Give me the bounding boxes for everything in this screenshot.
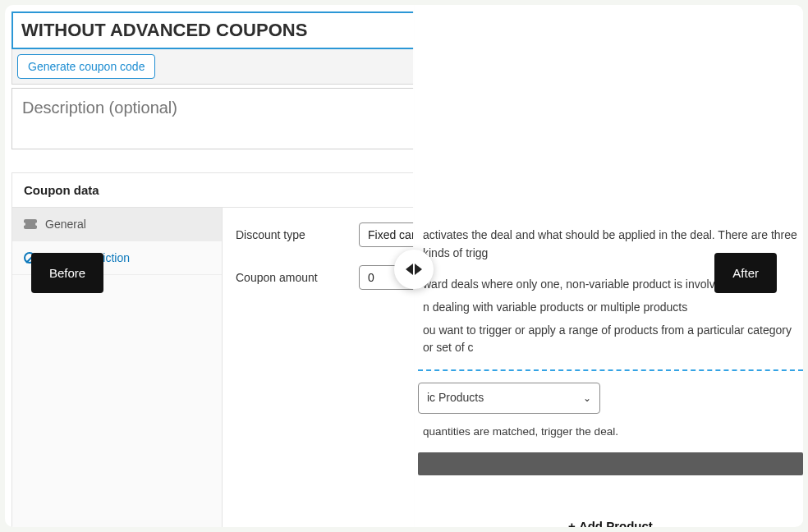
ticket-icon [24, 219, 37, 229]
trigger-type-select-text: ic Products [427, 389, 484, 407]
after-bullet-2: n dealing with variable products or mult… [423, 296, 803, 319]
comparison-slider-handle[interactable] [394, 250, 434, 289]
trigger-type-select[interactable]: ic Products ⌄ [418, 383, 600, 414]
discount-type-label: Discount type [236, 228, 334, 241]
coupon-amount-label: Coupon amount [236, 271, 334, 284]
after-bullet-3: ou want to trigger or apply a range of p… [423, 319, 803, 360]
tab-general-label: General [45, 218, 86, 231]
add-product-label: Add Product [579, 519, 653, 527]
generate-coupon-code-button[interactable]: Generate coupon code [17, 54, 155, 79]
after-badge: After [714, 253, 777, 293]
chevron-left-icon [406, 264, 413, 275]
table-header-bar [418, 452, 803, 475]
plus-icon: + [568, 519, 576, 527]
dashed-divider-blue-1 [418, 369, 803, 371]
add-product-button[interactable]: +Add Product [418, 513, 803, 527]
comparison-frame: Generate coupon code Coupon data General… [5, 5, 803, 527]
tab-general[interactable]: General [12, 208, 222, 241]
trigger-hint-text: quantities are matched, trigger the deal… [418, 424, 803, 441]
chevron-down-icon: ⌄ [583, 391, 591, 406]
chevron-right-icon [415, 264, 422, 275]
before-badge: Before [31, 253, 103, 293]
